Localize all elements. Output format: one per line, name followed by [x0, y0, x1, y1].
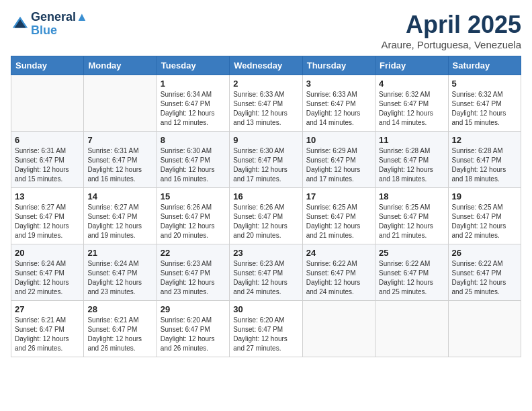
calendar-cell: 24Sunrise: 6:22 AM Sunset: 6:47 PM Dayli…: [302, 244, 375, 301]
weekday-header-monday: Monday: [84, 56, 157, 75]
day-info: Sunrise: 6:31 AM Sunset: 6:47 PM Dayligh…: [15, 146, 80, 184]
day-number: 23: [233, 248, 298, 258]
month-title: April 2025: [382, 11, 521, 39]
weekday-header-sunday: Sunday: [11, 56, 84, 75]
day-number: 2: [233, 79, 298, 89]
title-block: April 2025 Araure, Portuguesa, Venezuela: [382, 11, 521, 50]
day-number: 26: [452, 248, 517, 258]
day-number: 5: [452, 79, 517, 89]
day-number: 10: [306, 135, 371, 145]
day-info: Sunrise: 6:20 AM Sunset: 6:47 PM Dayligh…: [233, 316, 298, 353]
calendar-cell: 17Sunrise: 6:25 AM Sunset: 6:47 PM Dayli…: [302, 188, 375, 244]
calendar-cell: 20Sunrise: 6:24 AM Sunset: 6:47 PM Dayli…: [11, 244, 84, 301]
calendar-cell: 22Sunrise: 6:23 AM Sunset: 6:47 PM Dayli…: [157, 244, 229, 301]
day-info: Sunrise: 6:22 AM Sunset: 6:47 PM Dayligh…: [306, 259, 371, 297]
calendar-cell: 19Sunrise: 6:25 AM Sunset: 6:47 PM Dayli…: [448, 188, 521, 244]
day-number: 19: [452, 191, 517, 201]
calendar-cell: 6Sunrise: 6:31 AM Sunset: 6:47 PM Daylig…: [11, 132, 84, 188]
day-info: Sunrise: 6:22 AM Sunset: 6:47 PM Dayligh…: [452, 259, 517, 297]
calendar-cell: [448, 301, 521, 357]
day-number: 18: [379, 191, 444, 201]
calendar-cell: 7Sunrise: 6:31 AM Sunset: 6:47 PM Daylig…: [84, 132, 157, 188]
day-info: Sunrise: 6:34 AM Sunset: 6:47 PM Dayligh…: [161, 90, 226, 128]
day-number: 3: [306, 79, 371, 89]
day-number: 8: [161, 135, 226, 145]
calendar-cell: 13Sunrise: 6:27 AM Sunset: 6:47 PM Dayli…: [11, 188, 84, 244]
day-number: 30: [233, 304, 298, 314]
weekday-header-friday: Friday: [375, 56, 448, 75]
calendar-cell: [84, 75, 157, 132]
day-info: Sunrise: 6:26 AM Sunset: 6:47 PM Dayligh…: [233, 203, 298, 240]
day-number: 22: [161, 248, 226, 258]
day-info: Sunrise: 6:30 AM Sunset: 6:47 PM Dayligh…: [161, 146, 226, 184]
day-info: Sunrise: 6:27 AM Sunset: 6:47 PM Dayligh…: [15, 203, 80, 240]
calendar-cell: [302, 301, 375, 357]
calendar-cell: 3Sunrise: 6:33 AM Sunset: 6:47 PM Daylig…: [302, 75, 375, 132]
day-number: 11: [379, 135, 444, 145]
calendar-cell: 29Sunrise: 6:20 AM Sunset: 6:47 PM Dayli…: [157, 301, 229, 357]
day-number: 4: [379, 79, 444, 89]
calendar-table: SundayMondayTuesdayWednesdayThursdayFrid…: [11, 56, 521, 357]
calendar-cell: 12Sunrise: 6:28 AM Sunset: 6:47 PM Dayli…: [448, 132, 521, 188]
day-info: Sunrise: 6:31 AM Sunset: 6:47 PM Dayligh…: [87, 146, 152, 184]
calendar-cell: 1Sunrise: 6:34 AM Sunset: 6:47 PM Daylig…: [157, 75, 229, 132]
calendar-cell: 16Sunrise: 6:26 AM Sunset: 6:47 PM Dayli…: [230, 188, 302, 244]
day-number: 15: [161, 191, 226, 201]
day-info: Sunrise: 6:23 AM Sunset: 6:47 PM Dayligh…: [161, 259, 226, 297]
day-info: Sunrise: 6:20 AM Sunset: 6:47 PM Dayligh…: [161, 316, 226, 353]
day-info: Sunrise: 6:32 AM Sunset: 6:47 PM Dayligh…: [379, 90, 444, 128]
day-number: 12: [452, 135, 517, 145]
calendar-cell: 26Sunrise: 6:22 AM Sunset: 6:47 PM Dayli…: [448, 244, 521, 301]
day-info: Sunrise: 6:27 AM Sunset: 6:47 PM Dayligh…: [87, 203, 152, 240]
day-number: 28: [87, 304, 152, 314]
calendar-cell: 2Sunrise: 6:33 AM Sunset: 6:47 PM Daylig…: [230, 75, 302, 132]
day-info: Sunrise: 6:24 AM Sunset: 6:47 PM Dayligh…: [87, 259, 152, 297]
day-info: Sunrise: 6:30 AM Sunset: 6:47 PM Dayligh…: [233, 146, 298, 184]
weekday-header-saturday: Saturday: [448, 56, 521, 75]
day-number: 7: [87, 135, 152, 145]
day-number: 17: [306, 191, 371, 201]
day-number: 16: [233, 191, 298, 201]
day-number: 24: [306, 248, 371, 258]
logo-text: General▲ Blue: [31, 11, 88, 38]
day-number: 9: [233, 135, 298, 145]
calendar-cell: 15Sunrise: 6:26 AM Sunset: 6:47 PM Dayli…: [157, 188, 229, 244]
day-number: 13: [15, 191, 80, 201]
calendar-cell: 9Sunrise: 6:30 AM Sunset: 6:47 PM Daylig…: [230, 132, 302, 188]
calendar-cell: 30Sunrise: 6:20 AM Sunset: 6:47 PM Dayli…: [230, 301, 302, 357]
day-info: Sunrise: 6:32 AM Sunset: 6:47 PM Dayligh…: [452, 90, 517, 128]
day-info: Sunrise: 6:33 AM Sunset: 6:47 PM Dayligh…: [306, 90, 371, 128]
day-info: Sunrise: 6:28 AM Sunset: 6:47 PM Dayligh…: [379, 146, 444, 184]
calendar-cell: 28Sunrise: 6:21 AM Sunset: 6:47 PM Dayli…: [84, 301, 157, 357]
day-info: Sunrise: 6:25 AM Sunset: 6:47 PM Dayligh…: [306, 203, 371, 240]
day-number: 6: [15, 135, 80, 145]
calendar-cell: 8Sunrise: 6:30 AM Sunset: 6:47 PM Daylig…: [157, 132, 229, 188]
day-info: Sunrise: 6:25 AM Sunset: 6:47 PM Dayligh…: [379, 203, 444, 240]
day-number: 14: [87, 191, 152, 201]
calendar-cell: 14Sunrise: 6:27 AM Sunset: 6:47 PM Dayli…: [84, 188, 157, 244]
day-info: Sunrise: 6:33 AM Sunset: 6:47 PM Dayligh…: [233, 90, 298, 128]
day-number: 29: [161, 304, 226, 314]
calendar-cell: 27Sunrise: 6:21 AM Sunset: 6:47 PM Dayli…: [11, 301, 84, 357]
weekday-header-wednesday: Wednesday: [230, 56, 302, 75]
day-info: Sunrise: 6:26 AM Sunset: 6:47 PM Dayligh…: [161, 203, 226, 240]
day-info: Sunrise: 6:23 AM Sunset: 6:47 PM Dayligh…: [233, 259, 298, 297]
day-number: 20: [15, 248, 80, 258]
logo: General▲ Blue: [11, 11, 88, 38]
calendar-cell: 11Sunrise: 6:28 AM Sunset: 6:47 PM Dayli…: [375, 132, 448, 188]
logo-icon: [11, 15, 30, 34]
weekday-header-thursday: Thursday: [302, 56, 375, 75]
day-info: Sunrise: 6:24 AM Sunset: 6:47 PM Dayligh…: [15, 259, 80, 297]
day-info: Sunrise: 6:28 AM Sunset: 6:47 PM Dayligh…: [452, 146, 517, 184]
calendar-cell: [11, 75, 84, 132]
page-header: General▲ Blue April 2025 Araure, Portugu…: [11, 11, 521, 50]
location-subtitle: Araure, Portuguesa, Venezuela: [382, 39, 521, 50]
day-number: 25: [379, 248, 444, 258]
calendar-cell: 25Sunrise: 6:22 AM Sunset: 6:47 PM Dayli…: [375, 244, 448, 301]
day-info: Sunrise: 6:21 AM Sunset: 6:47 PM Dayligh…: [87, 316, 152, 353]
calendar-cell: 10Sunrise: 6:29 AM Sunset: 6:47 PM Dayli…: [302, 132, 375, 188]
calendar-cell: 21Sunrise: 6:24 AM Sunset: 6:47 PM Dayli…: [84, 244, 157, 301]
day-info: Sunrise: 6:22 AM Sunset: 6:47 PM Dayligh…: [379, 259, 444, 297]
day-info: Sunrise: 6:21 AM Sunset: 6:47 PM Dayligh…: [15, 316, 80, 353]
weekday-header-tuesday: Tuesday: [157, 56, 229, 75]
